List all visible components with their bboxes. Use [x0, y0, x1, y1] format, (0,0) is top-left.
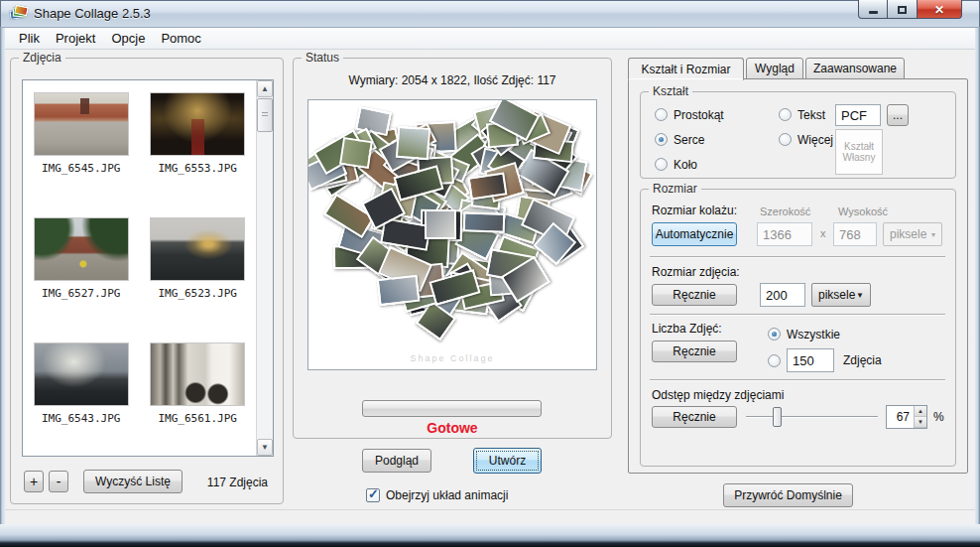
photo-filename: IMG_6561.JPG [159, 412, 237, 425]
photo-filename: IMG_6527.JPG [42, 287, 120, 300]
auto-size-button[interactable]: Automatycznie [652, 222, 737, 246]
scrollbar-thumb[interactable] [257, 98, 273, 132]
animation-checkbox[interactable] [366, 488, 380, 502]
app-icon [10, 6, 28, 21]
radio-kolo-label: Koło [674, 158, 697, 172]
spacing-manual-button[interactable]: Ręcznie [652, 406, 737, 428]
radio-tekst-label: Tekst [797, 108, 825, 122]
spinner-up-icon[interactable]: ▲ [915, 406, 926, 417]
shape-group-title: Kształt [649, 84, 692, 98]
collage-tile [424, 209, 455, 239]
spacing-slider-track[interactable] [746, 416, 878, 418]
photo-count-section-label: Liczba Zdjęć: [652, 322, 722, 336]
photo-thumbnail[interactable] [34, 92, 129, 156]
restore-defaults-button[interactable]: Przywróć Domyślnie [723, 483, 853, 507]
collage-unit-select[interactable]: piksele ▾ [883, 222, 942, 246]
photo-size-manual-button[interactable]: Ręcznie [652, 284, 737, 306]
shape-text-input[interactable]: PCF [835, 104, 881, 126]
chevron-down-icon: ▼ [856, 291, 864, 300]
minimize-icon [869, 11, 878, 14]
status-group-title: Status [302, 51, 343, 65]
photo-filename: IMG_6523.JPG [159, 287, 237, 300]
add-photo-button[interactable]: + [24, 471, 44, 492]
watermark-text: Shape Collage [308, 353, 596, 363]
dimension-x-separator: x [820, 227, 826, 239]
spacing-spinner[interactable]: 67 ▲ ▼ [886, 405, 927, 429]
photo-item[interactable]: IMG_6543.JPG [23, 342, 140, 468]
arrow-up-icon: ▲ [261, 85, 269, 93]
preview-button[interactable]: Podgląd [362, 449, 431, 473]
arrow-down-icon: ▼ [261, 444, 269, 452]
photo-thumbnail[interactable] [150, 342, 245, 406]
app-window: Shape Collage 2.5.3 ✕ Plik Projekt Opcje… [0, 0, 980, 547]
window-frame [975, 28, 980, 539]
close-icon: ✕ [934, 3, 944, 17]
photo-count-manual-button[interactable]: Ręcznie [652, 341, 737, 362]
title-bar[interactable]: Shape Collage 2.5.3 ✕ [0, 0, 980, 28]
tab-wyglad[interactable]: Wygląd [746, 58, 803, 79]
size-group-title: Rozmiar [649, 182, 701, 196]
animation-checkbox-label: Obejrzyj układ animacji [386, 488, 508, 502]
photo-list-scrollbar[interactable]: ▲ ▼ [256, 80, 273, 456]
collage-tile [377, 274, 420, 305]
photo-item[interactable]: IMG_6523.JPG [140, 217, 257, 342]
menu-plik[interactable]: Plik [12, 29, 47, 48]
photo-item[interactable]: IMG_6561.JPG [140, 342, 257, 468]
radio-wszystkie[interactable] [768, 328, 781, 341]
photo-list[interactable]: IMG_6545.JPG IMG_6553.JPG IMG_6527.JPG I… [22, 79, 274, 457]
maximize-icon [898, 6, 907, 14]
collage-tile [395, 126, 430, 160]
progress-bar [362, 400, 542, 417]
radio-tekst[interactable] [779, 108, 792, 121]
radio-wiecej[interactable] [779, 133, 792, 146]
maximize-button[interactable] [888, 0, 918, 19]
photo-size-unit-select[interactable]: piksele ▼ [811, 283, 871, 307]
width-label: Szerokość [760, 205, 810, 217]
collage-size-label: Rozmiar kolażu: [652, 204, 737, 217]
scroll-down-button[interactable]: ▼ [257, 439, 273, 456]
collage-unit-value: piksele [890, 227, 926, 241]
radio-prostokat-label: Prostokąt [674, 108, 724, 122]
radio-serce[interactable] [655, 133, 668, 146]
scroll-up-button[interactable]: ▲ [257, 80, 273, 97]
radio-serce-label: Serce [674, 133, 704, 147]
photo-item[interactable]: IMG_6553.JPG [140, 92, 257, 217]
tab-ksztalt-i-rozmiar[interactable]: Kształt i Rozmiar [628, 58, 744, 80]
photo-size-unit-value: piksele [818, 288, 855, 302]
browse-shape-button[interactable]: ... [887, 104, 909, 126]
photo-size-label: Rozmiar zdjęcia: [652, 265, 740, 279]
spacing-label: Odstęp między zdjęciami [652, 388, 784, 402]
photo-thumbnail[interactable] [34, 342, 129, 406]
photo-filename: IMG_6545.JPG [42, 162, 120, 175]
tab-zaawansowane[interactable]: Zaawansowane [805, 58, 905, 79]
photo-item[interactable]: IMG_6527.JPG [23, 217, 140, 342]
spacing-value: 67 [887, 406, 914, 428]
radio-custom-count[interactable] [768, 354, 781, 367]
custom-count-input[interactable]: 150 [787, 348, 834, 372]
photo-size-input[interactable]: 200 [760, 283, 805, 307]
menu-pomoc[interactable]: Pomoc [154, 29, 207, 48]
custom-shape-button[interactable]: Kształt Własny [835, 129, 883, 175]
radio-wszystkie-label: Wszystkie [787, 328, 840, 342]
menu-opcje[interactable]: Opcje [104, 29, 152, 48]
spinner-down-icon[interactable]: ▼ [915, 417, 926, 428]
radio-kolo[interactable] [655, 158, 668, 171]
menu-projekt[interactable]: Projekt [49, 29, 102, 48]
minimize-button[interactable] [858, 0, 888, 19]
create-button[interactable]: Utwórz [473, 448, 542, 474]
window-frame [0, 524, 980, 547]
remove-photo-button[interactable]: - [49, 471, 68, 492]
spacing-slider-thumb[interactable] [773, 407, 782, 427]
close-button[interactable]: ✕ [918, 0, 962, 19]
photo-filename: IMG_6553.JPG [159, 162, 237, 175]
radio-prostokat[interactable] [655, 108, 668, 121]
photo-count-label: 117 Zdjęcia [196, 476, 268, 489]
chevron-down-icon: ▾ [931, 230, 935, 239]
collage-width-input[interactable]: 1366 [757, 222, 812, 246]
clear-list-button[interactable]: Wyczyść Listę [83, 470, 183, 493]
collage-height-input[interactable]: 768 [833, 222, 877, 246]
photo-thumbnail[interactable] [150, 92, 245, 156]
photo-thumbnail[interactable] [34, 217, 129, 281]
photo-item[interactable]: IMG_6545.JPG [23, 92, 140, 217]
photo-thumbnail[interactable] [150, 217, 245, 281]
